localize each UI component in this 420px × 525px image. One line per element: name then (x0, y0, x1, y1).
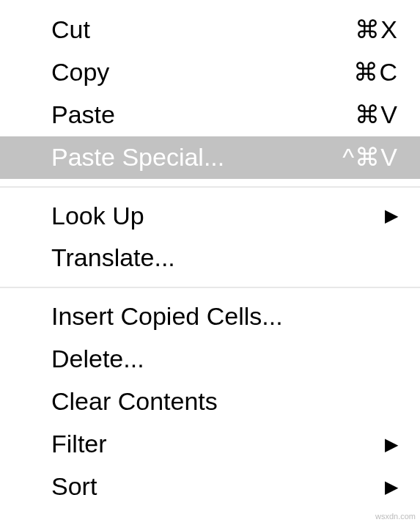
submenu-arrow-icon: ▶ (385, 475, 398, 499)
menu-item-insert-copied-cells[interactable]: Insert Copied Cells... (0, 295, 420, 338)
menu-item-cut[interactable]: Cut⌘X (0, 9, 420, 51)
menu-item-translate[interactable]: Translate... (0, 237, 420, 279)
context-menu: Cut⌘XCopy⌘CPaste⌘VPaste Special...^⌘VLoo… (0, 0, 420, 517)
submenu-arrow-icon: ▶ (385, 433, 398, 456)
menu-item-filter[interactable]: Filter▶ (0, 423, 420, 466)
menu-item-delete[interactable]: Delete... (0, 338, 420, 381)
menu-separator (0, 186, 420, 188)
menu-item-shortcut: ⌘X (355, 13, 398, 47)
menu-item-sort[interactable]: Sort▶ (0, 466, 420, 508)
menu-item-label: Paste (51, 98, 355, 132)
menu-separator (0, 287, 420, 288)
menu-item-label: Translate... (51, 241, 398, 275)
menu-item-paste-special[interactable]: Paste Special...^⌘V (0, 136, 420, 179)
menu-item-shortcut: ⌘V (355, 98, 398, 132)
menu-item-label: Copy (51, 56, 353, 89)
menu-item-label: Delete... (51, 342, 398, 376)
menu-item-label: Sort (51, 470, 377, 504)
menu-item-look-up[interactable]: Look Up▶ (0, 195, 420, 238)
watermark: wsxdn.com (375, 512, 416, 521)
menu-item-clear-contents[interactable]: Clear Contents (0, 381, 420, 423)
menu-item-label: Filter (51, 427, 377, 461)
menu-item-label: Clear Contents (51, 385, 398, 419)
menu-item-label: Paste Special... (51, 141, 342, 175)
menu-item-label: Look Up (51, 199, 377, 233)
menu-item-label: Insert Copied Cells... (51, 300, 398, 334)
submenu-arrow-icon: ▶ (385, 204, 398, 227)
menu-item-label: Cut (51, 13, 355, 47)
menu-item-shortcut: ⌘C (353, 56, 398, 89)
menu-item-paste[interactable]: Paste⌘V (0, 94, 420, 136)
menu-item-shortcut: ^⌘V (342, 141, 398, 175)
menu-item-copy[interactable]: Copy⌘C (0, 51, 420, 94)
